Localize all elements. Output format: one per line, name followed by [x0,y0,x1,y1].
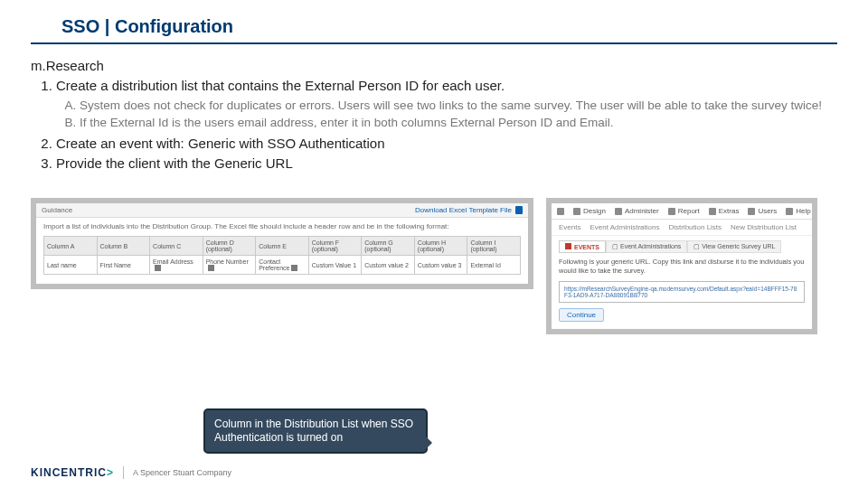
col-value: Custom Value 1 [308,256,362,275]
crumb-view-url[interactable]: ▢ View Generic Survey URL [687,240,781,253]
col-header: Column I (optional) [467,237,521,256]
file-icon [515,206,523,214]
col-header: Column H (optional) [414,237,467,256]
continue-button[interactable]: Continue [559,308,604,322]
brand-accent: > [107,466,114,479]
subnav-new-dist-list[interactable]: New Distribution List [731,223,797,231]
col-value: Custom value 3 [414,256,467,275]
subnav-event-admin[interactable]: Event Administrations [590,223,659,231]
screenshots-row: Guidance Download Excel Template File Im… [0,174,868,334]
col-header: Column F (optional) [308,237,362,256]
columns-table: Column A Column B Column C Column D (opt… [43,236,521,275]
col-header: Column A [44,237,98,256]
col-value: Email Address [150,256,203,275]
columns-header-row: Column A Column B Column C Column D (opt… [44,237,521,256]
screenshot-generic-url: Design Administer Report Extras Users He… [546,198,817,334]
steps-list: Create a distribution list that contains… [31,77,837,173]
columns-value-row: Last name First Name Email Address Phone… [44,256,521,275]
breadcrumb: EVENTS ▢ Event Administrations ▢ View Ge… [552,236,812,258]
shot-b-nav: Design Administer Report Extras Users He… [552,203,812,220]
brand-sub: A Spencer Stuart Company [133,468,231,477]
col-value: Last name [44,256,98,275]
footer: KINCENTRIC> A Spencer Stuart Company [31,466,231,479]
nav-report[interactable]: Report [668,207,700,215]
shot-b-subnav: Events Event Administrations Distributio… [552,220,812,236]
shot-a-topbar: Guidance Download Excel Template File [36,203,528,218]
col-value: Contact Preference [256,256,309,275]
crumb-event-admin[interactable]: ▢ Event Administrations [606,240,687,253]
nav-extras[interactable]: Extras [709,207,740,215]
col-header: Column E [256,237,309,256]
col-header: Column G (optional) [362,237,415,256]
generic-url-box[interactable]: https://mResearchSurveyEngine-qa.moderns… [559,281,805,303]
col-header: Column B [97,237,150,256]
content-block: m.Research Create a distribution list th… [0,57,868,173]
divider [123,466,124,479]
subheading: m.Research [31,57,837,75]
screenshot-distribution-list: Guidance Download Excel Template File Im… [31,198,533,289]
nav-design[interactable]: Design [573,207,606,215]
step-3: Provide the client with the Generic URL [56,155,837,173]
col-value: First Name [97,256,150,275]
nav-users[interactable]: Users [748,207,777,215]
callout-bubble: Column in the Distribution List when SSO… [203,408,428,454]
info-icon [155,265,161,271]
home-icon[interactable] [557,208,564,215]
step-1-sublist: System does not check for duplicates or … [56,98,837,131]
page-title: SSO | Configuration [31,0,837,44]
step-2: Create an event with: Generic with SSO A… [56,135,837,153]
download-template-link[interactable]: Download Excel Template File [415,206,523,214]
col-value: External Id [467,256,521,275]
step-1a: System does not check for duplicates or … [80,98,837,114]
download-template-label: Download Excel Template File [415,206,512,214]
nav-administer[interactable]: Administer [615,207,659,215]
subnav-events[interactable]: Events [559,223,580,231]
col-value: Phone Number [203,256,256,275]
col-header: Column C [150,237,203,256]
col-header: Column D (optional) [203,237,256,256]
guidance-tab: Guidance [42,206,72,214]
info-icon [291,265,297,271]
brand-logo: KINCENTRIC> [31,466,114,479]
nav-help[interactable]: Help [786,207,810,215]
crumb-events[interactable]: EVENTS [559,240,606,253]
generic-url-description: Following is your generic URL. Copy this… [552,258,812,281]
col-value: Custom value 2 [362,256,415,275]
flag-icon [565,243,571,249]
import-description: Import a list of individuals into the Di… [43,222,521,230]
info-icon [208,265,214,271]
step-1-text: Create a distribution list that contains… [56,78,505,93]
step-1: Create a distribution list that contains… [56,77,837,131]
step-1b: If the External Id is the users email ad… [80,115,837,131]
subnav-dist-lists[interactable]: Distribution Lists [668,223,722,231]
brand-main: KINCENTRIC [31,466,107,479]
